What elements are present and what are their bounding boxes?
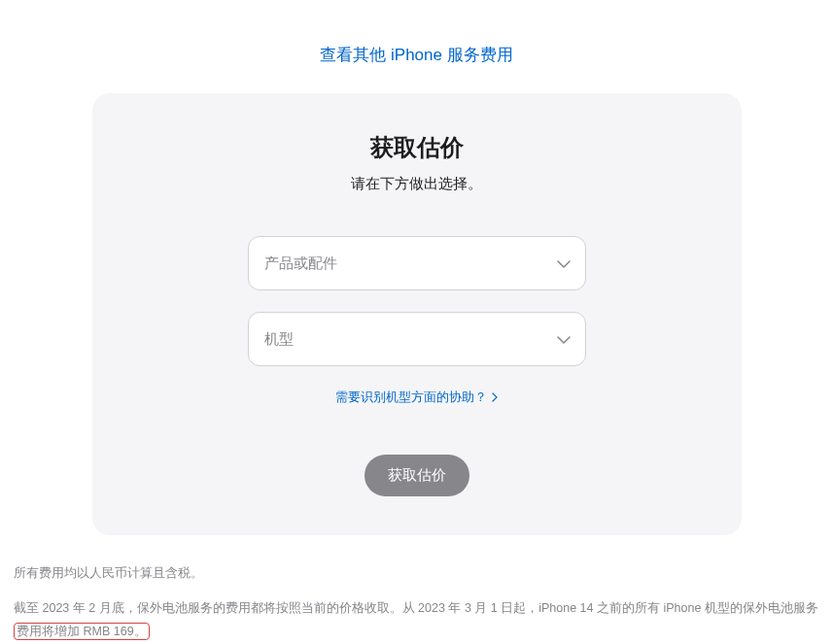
chevron-right-icon <box>492 390 498 405</box>
card-subtitle: 请在下方做出选择。 <box>131 175 703 193</box>
identify-model-help-link[interactable]: 需要识别机型方面的协助？ <box>335 390 499 404</box>
help-link-text: 需要识别机型方面的协助？ <box>335 390 487 404</box>
footer-text: 所有费用均以人民币计算且含税。 截至 2023 年 2 月底，保外电池服务的费用… <box>10 562 823 643</box>
other-iphone-service-link[interactable]: 查看其他 iPhone 服务费用 <box>320 46 512 64</box>
footer-line-2: 截至 2023 年 2 月底，保外电池服务的费用都将按照当前的价格收取。从 20… <box>14 597 819 644</box>
model-select[interactable]: 机型 <box>248 312 586 366</box>
top-link-container: 查看其他 iPhone 服务费用 <box>10 0 823 93</box>
help-link-container: 需要识别机型方面的协助？ <box>131 388 703 406</box>
product-select[interactable]: 产品或配件 <box>248 236 586 290</box>
get-estimate-button[interactable]: 获取估价 <box>364 455 469 496</box>
card-title: 获取估价 <box>131 132 703 163</box>
model-select-wrapper: 机型 <box>248 312 586 366</box>
footer-line-1: 所有费用均以人民币计算且含税。 <box>14 562 819 586</box>
footer-line-2-prefix: 截至 2023 年 2 月底，保外电池服务的费用都将按照当前的价格收取。从 20… <box>14 601 818 615</box>
estimate-card: 获取估价 请在下方做出选择。 产品或配件 机型 需要识别机型方面的协助？ <box>92 93 742 535</box>
product-select-wrapper: 产品或配件 <box>248 236 586 290</box>
price-increase-highlight: 费用将增加 RMB 169。 <box>14 623 150 640</box>
